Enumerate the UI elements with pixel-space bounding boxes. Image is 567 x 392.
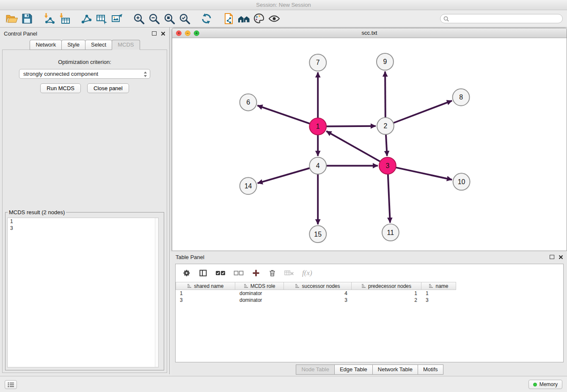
column-header-label: shared name	[194, 283, 223, 289]
column-header-name[interactable]: name	[421, 282, 456, 290]
task-history-button[interactable]	[5, 380, 17, 389]
save-session-icon[interactable]	[19, 12, 35, 25]
control-panel: Control Panel NetworkStyleSelectMCDS Opt…	[0, 28, 170, 374]
tab-style[interactable]: Style	[61, 40, 85, 50]
tab-select[interactable]: Select	[85, 40, 112, 50]
table-body: 1dominator4113dominator323	[176, 290, 563, 304]
deselect-all-icon[interactable]	[234, 269, 244, 277]
import-network-icon[interactable]	[41, 12, 57, 25]
select-all-icon[interactable]	[215, 269, 226, 277]
table-cell: 3	[284, 297, 352, 303]
add-column-icon[interactable]	[252, 269, 260, 277]
export-network-icon[interactable]	[79, 12, 94, 25]
table-settings-icon[interactable]	[182, 269, 191, 277]
svg-text:7: 7	[316, 59, 320, 66]
close-panel-icon[interactable]	[558, 254, 563, 259]
delete-table-icon[interactable]	[284, 269, 294, 277]
graph-node-8[interactable]: 8	[453, 89, 470, 106]
table-panel: Table Panel	[172, 251, 567, 376]
svg-text:4: 4	[316, 162, 320, 169]
graph-edge-3-10[interactable]	[396, 168, 452, 180]
graph-node-15[interactable]: 15	[309, 226, 326, 243]
open-file-icon[interactable]	[4, 12, 19, 25]
graph-edge-1-6[interactable]	[257, 105, 310, 124]
close-panel-icon[interactable]	[160, 31, 165, 36]
zoom-in-icon[interactable]	[131, 12, 146, 25]
table-row[interactable]: 3dominator323	[176, 297, 563, 304]
tab-mcds[interactable]: MCDS	[112, 40, 140, 50]
tab-node-table[interactable]: Node Table	[296, 364, 335, 375]
column-header-successor-nodes[interactable]: successor nodes	[284, 282, 352, 290]
delete-column-icon[interactable]	[268, 269, 276, 277]
table-cell: 1	[176, 290, 235, 296]
column-header-predecessor-nodes[interactable]: predecessor nodes	[352, 282, 421, 290]
export-table-icon[interactable]	[94, 12, 109, 25]
control-panel-tabs: NetworkStyleSelectMCDS	[0, 40, 169, 50]
graph-node-7[interactable]: 7	[309, 54, 326, 71]
column-sort-icon	[361, 284, 366, 288]
mcds-result-title: MCDS result (2 nodes)	[8, 209, 66, 215]
graph-edge-1-2[interactable]	[326, 126, 376, 127]
tab-network-table[interactable]: Network Table	[372, 364, 418, 375]
open-network-file-icon[interactable]	[221, 12, 236, 25]
control-panel-header: Control Panel	[0, 28, 169, 39]
minimize-window-icon[interactable]: −	[185, 30, 190, 36]
import-table-icon[interactable]	[57, 12, 72, 25]
status-bar: Memory	[0, 376, 567, 392]
graph-edge-2-9[interactable]	[385, 72, 385, 118]
graph-edge-3-11[interactable]	[388, 174, 390, 223]
graph-node-1[interactable]: 1	[309, 118, 326, 135]
graph-node-3[interactable]: 3	[379, 157, 396, 174]
memory-button[interactable]: Memory	[528, 380, 562, 389]
search-input[interactable]	[451, 16, 559, 22]
search-box[interactable]	[440, 14, 563, 23]
run-mcds-button[interactable]: Run MCDS	[40, 83, 81, 93]
graph-edge-3-1[interactable]	[326, 131, 380, 162]
zoom-fit-icon[interactable]	[162, 12, 177, 25]
column-header-label: MCDS role	[250, 283, 275, 289]
network-canvas[interactable]: 1234678910111415	[172, 38, 567, 251]
float-panel-icon[interactable]	[550, 255, 554, 259]
network-window-title: scc.txt	[362, 30, 377, 36]
graph-edge-2-3[interactable]	[386, 135, 387, 156]
tab-edge-table[interactable]: Edge Table	[334, 364, 373, 375]
network-graph[interactable]: 1234678910111415	[172, 38, 567, 251]
graph-node-2[interactable]: 2	[377, 118, 394, 135]
column-header-MCDS-role[interactable]: MCDS role	[235, 282, 284, 290]
graph-node-14[interactable]: 14	[240, 177, 257, 194]
graph-node-9[interactable]: 9	[377, 53, 394, 70]
function-builder-icon[interactable]: f(x)	[302, 269, 312, 277]
column-header-label: name	[435, 283, 448, 289]
graph-node-4[interactable]: 4	[309, 157, 326, 174]
mcds-result-node: 1	[8, 218, 158, 225]
control-panel-title: Control Panel	[4, 30, 37, 37]
table-row[interactable]: 1dominator411	[176, 290, 563, 297]
tab-network[interactable]: Network	[30, 40, 62, 50]
close-panel-button[interactable]: Close panel	[87, 83, 129, 93]
graph-node-10[interactable]: 10	[453, 173, 470, 190]
network-window-titlebar[interactable]: × − + scc.txt	[172, 28, 567, 38]
export-image-icon[interactable]	[109, 12, 124, 25]
float-panel-icon[interactable]	[152, 31, 157, 36]
show-columns-icon[interactable]	[199, 269, 207, 277]
zoom-window-icon[interactable]: +	[194, 30, 199, 36]
graph-node-6[interactable]: 6	[240, 94, 257, 111]
graph-edge-2-8[interactable]	[394, 101, 452, 123]
refresh-icon[interactable]	[199, 12, 214, 25]
zoom-out-icon[interactable]	[146, 12, 162, 25]
apply-style-icon[interactable]	[251, 12, 267, 25]
tab-motifs[interactable]: Motifs	[418, 364, 443, 375]
toolbar-separator	[35, 12, 41, 25]
graph-edge-4-14[interactable]	[258, 168, 310, 183]
network-view-window: × − + scc.txt 1234678910111415	[172, 28, 567, 251]
column-header-shared-name[interactable]: shared name	[176, 282, 235, 290]
close-window-icon[interactable]: ×	[176, 30, 182, 36]
result-scrollbar[interactable]	[155, 218, 158, 367]
first-neighbors-icon[interactable]	[236, 12, 251, 25]
table-cell: dominator	[235, 290, 284, 296]
optimization-criterion-dropdown[interactable]: strongly connected component	[19, 69, 150, 79]
main-toolbar	[0, 10, 567, 28]
graph-node-11[interactable]: 11	[382, 224, 399, 241]
show-graphics-details-icon[interactable]	[267, 12, 282, 25]
zoom-selected-icon[interactable]	[177, 12, 192, 25]
